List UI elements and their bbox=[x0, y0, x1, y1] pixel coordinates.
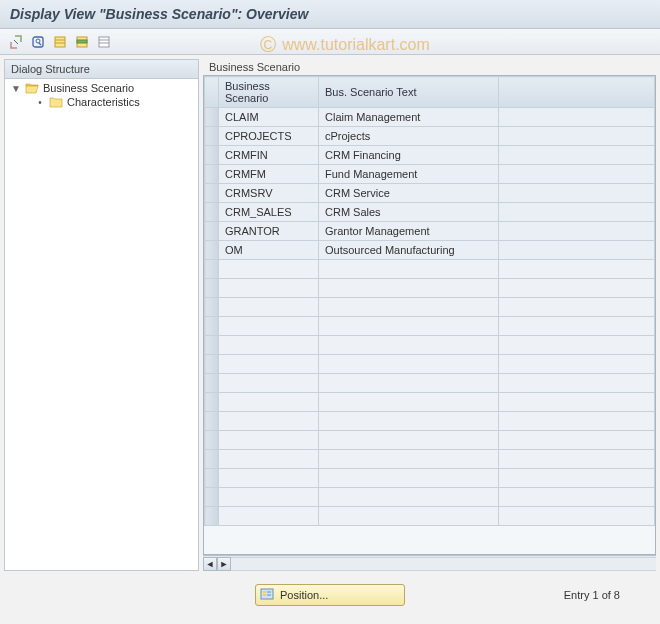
find-icon[interactable] bbox=[28, 32, 48, 52]
cell-code[interactable]: CRMFM bbox=[219, 165, 319, 184]
row-selector[interactable] bbox=[205, 260, 219, 279]
column-header-code[interactable]: Business Scenario bbox=[219, 77, 319, 108]
tree-collapse-icon[interactable]: ▼ bbox=[11, 83, 21, 94]
cell-empty bbox=[219, 431, 319, 450]
row-selector[interactable] bbox=[205, 298, 219, 317]
deselect-all-icon[interactable] bbox=[94, 32, 114, 52]
cell-code[interactable]: CLAIM bbox=[219, 108, 319, 127]
table-row-empty bbox=[205, 450, 655, 469]
select-all-header[interactable] bbox=[205, 77, 219, 108]
cell-empty bbox=[319, 412, 499, 431]
row-selector[interactable] bbox=[205, 431, 219, 450]
cell-empty bbox=[499, 393, 655, 412]
cell-empty bbox=[319, 450, 499, 469]
cell-code[interactable]: CRMFIN bbox=[219, 146, 319, 165]
table-row[interactable]: OMOutsourced Manufacturing bbox=[205, 241, 655, 260]
table-row[interactable]: CRMFINCRM Financing bbox=[205, 146, 655, 165]
business-scenario-table: Business Scenario Bus. Scenario Text CLA… bbox=[204, 76, 655, 526]
row-selector[interactable] bbox=[205, 203, 219, 222]
tree-header: Dialog Structure bbox=[5, 60, 198, 79]
column-header-spacer bbox=[499, 77, 655, 108]
table-panel: Business Scenario Business Scenario Bus.… bbox=[203, 59, 656, 571]
cell-text[interactable]: CRM Service bbox=[319, 184, 499, 203]
cell-empty bbox=[319, 336, 499, 355]
table-title: Business Scenario bbox=[203, 59, 656, 75]
row-selector[interactable] bbox=[205, 507, 219, 526]
folder-closed-icon bbox=[49, 96, 63, 108]
cell-text[interactable]: cProjects bbox=[319, 127, 499, 146]
row-selector[interactable] bbox=[205, 279, 219, 298]
table-row-empty bbox=[205, 412, 655, 431]
table-row[interactable]: CRMSRVCRM Service bbox=[205, 184, 655, 203]
cell-empty bbox=[499, 412, 655, 431]
cell-empty bbox=[219, 469, 319, 488]
cell-code[interactable]: GRANTOR bbox=[219, 222, 319, 241]
row-selector[interactable] bbox=[205, 412, 219, 431]
select-block-icon[interactable] bbox=[72, 32, 92, 52]
row-selector[interactable] bbox=[205, 317, 219, 336]
table-row-empty bbox=[205, 279, 655, 298]
cell-text[interactable]: Claim Management bbox=[319, 108, 499, 127]
cell-empty bbox=[319, 298, 499, 317]
scrollbar-track[interactable] bbox=[231, 557, 656, 571]
cell-text[interactable]: Outsourced Manufacturing bbox=[319, 241, 499, 260]
row-selector[interactable] bbox=[205, 127, 219, 146]
cell-spacer bbox=[499, 222, 655, 241]
table-row-empty bbox=[205, 355, 655, 374]
scroll-left-icon[interactable]: ◄ bbox=[203, 557, 217, 571]
cell-text[interactable]: Fund Management bbox=[319, 165, 499, 184]
cell-code[interactable]: CRM_SALES bbox=[219, 203, 319, 222]
svg-rect-13 bbox=[263, 594, 266, 596]
cell-empty bbox=[219, 507, 319, 526]
position-icon bbox=[260, 587, 274, 603]
position-button-label: Position... bbox=[280, 589, 328, 601]
cell-empty bbox=[219, 355, 319, 374]
row-selector[interactable] bbox=[205, 336, 219, 355]
cell-empty bbox=[219, 374, 319, 393]
table-row-empty bbox=[205, 374, 655, 393]
cell-code[interactable]: CRMSRV bbox=[219, 184, 319, 203]
table-row[interactable]: CPROJECTScProjects bbox=[205, 127, 655, 146]
row-selector[interactable] bbox=[205, 469, 219, 488]
cell-empty bbox=[319, 279, 499, 298]
table-row-empty bbox=[205, 317, 655, 336]
table-row[interactable]: GRANTORGrantor Management bbox=[205, 222, 655, 241]
svg-rect-7 bbox=[77, 40, 87, 43]
cell-text[interactable]: CRM Financing bbox=[319, 146, 499, 165]
horizontal-scrollbar[interactable]: ◄ ► bbox=[203, 555, 656, 571]
row-selector[interactable] bbox=[205, 488, 219, 507]
display-change-icon[interactable] bbox=[6, 32, 26, 52]
tree-bullet-icon: • bbox=[35, 97, 45, 108]
select-all-icon[interactable] bbox=[50, 32, 70, 52]
cell-empty bbox=[499, 374, 655, 393]
cell-code[interactable]: OM bbox=[219, 241, 319, 260]
tree-node-characteristics[interactable]: • Characteristics bbox=[9, 95, 194, 109]
table-row[interactable]: CRM_SALESCRM Sales bbox=[205, 203, 655, 222]
row-selector[interactable] bbox=[205, 165, 219, 184]
row-selector[interactable] bbox=[205, 450, 219, 469]
scroll-right-icon[interactable]: ► bbox=[217, 557, 231, 571]
svg-rect-12 bbox=[263, 591, 266, 593]
row-selector[interactable] bbox=[205, 393, 219, 412]
row-selector[interactable] bbox=[205, 355, 219, 374]
column-header-text[interactable]: Bus. Scenario Text bbox=[319, 77, 499, 108]
cell-spacer bbox=[499, 165, 655, 184]
cell-code[interactable]: CPROJECTS bbox=[219, 127, 319, 146]
cell-empty bbox=[319, 260, 499, 279]
row-selector[interactable] bbox=[205, 146, 219, 165]
row-selector[interactable] bbox=[205, 108, 219, 127]
cell-text[interactable]: CRM Sales bbox=[319, 203, 499, 222]
row-selector[interactable] bbox=[205, 241, 219, 260]
cell-text[interactable]: Grantor Management bbox=[319, 222, 499, 241]
table-row[interactable]: CLAIMClaim Management bbox=[205, 108, 655, 127]
row-selector[interactable] bbox=[205, 374, 219, 393]
row-selector[interactable] bbox=[205, 184, 219, 203]
row-selector[interactable] bbox=[205, 222, 219, 241]
cell-empty bbox=[219, 393, 319, 412]
table-row[interactable]: CRMFMFund Management bbox=[205, 165, 655, 184]
tree-node-business-scenario[interactable]: ▼ Business Scenario bbox=[9, 81, 194, 95]
position-button[interactable]: Position... bbox=[255, 584, 405, 606]
page-title: Display View "Business Scenario": Overvi… bbox=[0, 0, 660, 29]
cell-empty bbox=[499, 279, 655, 298]
table-row-empty bbox=[205, 298, 655, 317]
